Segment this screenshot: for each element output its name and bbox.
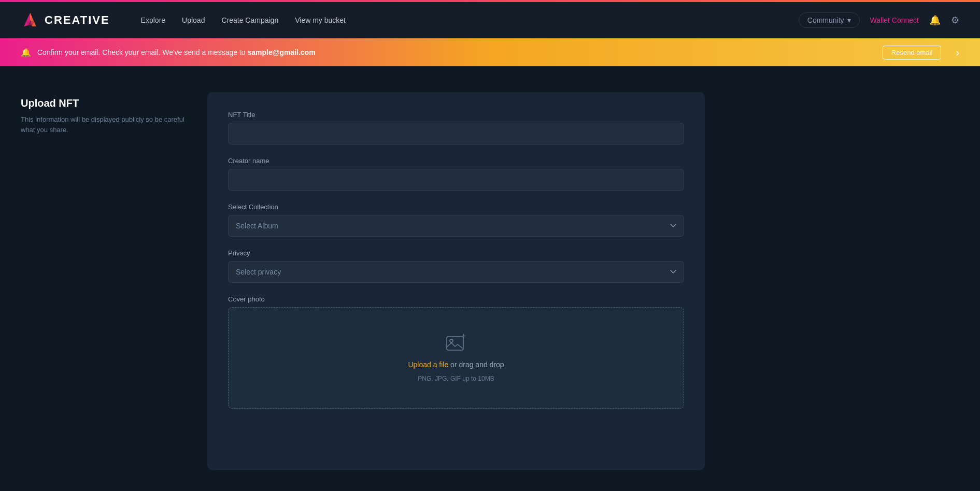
main-content: Upload NFT This information will be disp… (0, 66, 980, 491)
nav-view-bucket[interactable]: View my bucket (295, 16, 346, 24)
gear-icon[interactable]: ⚙ (951, 15, 959, 26)
nav-explore[interactable]: Explore (141, 16, 165, 24)
page-title: Upload NFT (21, 97, 187, 109)
upload-or-text: or drag and drop (448, 360, 504, 369)
privacy-dropdown[interactable]: Select privacy (228, 261, 684, 283)
nft-title-group: NFT Title (228, 111, 684, 145)
page-subtitle: This information will be displayed publi… (21, 114, 187, 135)
select-collection-group: Select Collection Select Album (228, 203, 684, 237)
upload-link-text: Upload a file (408, 360, 448, 369)
select-collection-dropdown[interactable]: Select Album (228, 215, 684, 237)
creator-name-input[interactable] (228, 169, 684, 191)
brand[interactable]: CREATIVE (21, 11, 110, 30)
bell-icon[interactable]: 🔔 (929, 15, 941, 26)
privacy-group: Privacy Select privacy (228, 249, 684, 283)
upload-hint-text: PNG, JPG, GIF up to 10MB (418, 375, 494, 382)
brand-name: CREATIVE (45, 13, 110, 27)
svg-point-4 (450, 339, 453, 342)
brand-logo-icon (21, 11, 39, 30)
banner-text: Confirm your email. Check your email. We… (37, 48, 876, 56)
cover-photo-dropzone[interactable]: + Upload a file or drag and drop PNG, JP… (228, 307, 684, 409)
svg-text:+: + (461, 334, 466, 340)
select-collection-label: Select Collection (228, 203, 684, 211)
cover-photo-label: Cover photo (228, 295, 684, 303)
nav-links: Explore Upload Create Campaign View my b… (141, 16, 799, 24)
nav-create-campaign[interactable]: Create Campaign (221, 16, 278, 24)
navbar: CREATIVE Explore Upload Create Campaign … (0, 2, 980, 38)
left-panel: Upload NFT This information will be disp… (21, 92, 187, 470)
community-dropdown[interactable]: Community ▾ (799, 12, 860, 28)
nft-title-label: NFT Title (228, 111, 684, 119)
privacy-label: Privacy (228, 249, 684, 257)
community-label: Community (807, 16, 844, 24)
upload-form-panel: NFT Title Creator name Select Collection… (207, 92, 705, 470)
creator-name-group: Creator name (228, 157, 684, 191)
wallet-connect-button[interactable]: Wallet Connect (870, 16, 919, 24)
community-chevron-icon: ▾ (847, 16, 851, 24)
resend-email-button[interactable]: Resend email (883, 46, 942, 60)
creator-name-label: Creator name (228, 157, 684, 165)
nft-title-input[interactable] (228, 123, 684, 145)
cover-photo-group: Cover photo + Upload a file or drag and … (228, 295, 684, 409)
upload-icon-wrapper: + (446, 334, 466, 354)
upload-image-icon: + (446, 334, 466, 352)
upload-text: Upload a file or drag and drop (408, 360, 504, 369)
banner-bell-icon: 🔔 (21, 48, 31, 57)
nav-upload[interactable]: Upload (182, 16, 205, 24)
nav-right: Community ▾ Wallet Connect 🔔 ⚙ (799, 12, 959, 28)
banner-arrow-icon[interactable]: › (956, 47, 959, 59)
email-confirmation-banner: 🔔 Confirm your email. Check your email. … (0, 38, 980, 66)
